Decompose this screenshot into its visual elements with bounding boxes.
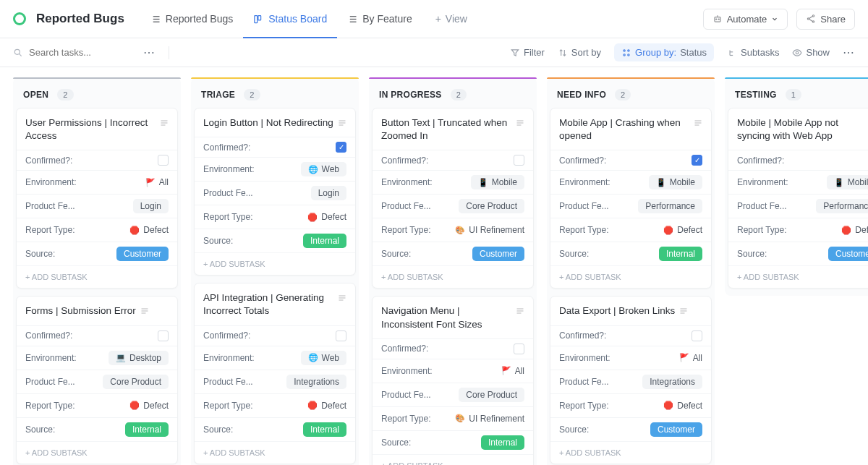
field-value: Customer	[650, 422, 702, 437]
toolbar: ⋯ Filter Sort by Group by: Status Subtas…	[0, 38, 868, 67]
search-wrap	[13, 47, 130, 58]
field-value: 📱Mobile	[827, 175, 868, 189]
description-icon	[679, 307, 688, 315]
field-value: 🌐Web	[301, 162, 346, 176]
field-source: Source:Internal	[373, 430, 533, 454]
field-value: Customer	[828, 247, 868, 261]
add-subtask-button[interactable]: + ADD SUBTASK	[550, 441, 711, 464]
confirmed-checkbox[interactable]: ✓	[336, 142, 346, 153]
field-confirmed: Confirmed?:	[195, 325, 355, 346]
field-report-type: Report Type:🛑Defect	[195, 205, 355, 229]
task-card[interactable]: Mobile | Mobile App not syncing with Web…	[728, 108, 868, 289]
sort-button[interactable]: Sort by	[558, 47, 601, 58]
description-icon	[516, 119, 524, 127]
field-report-type: Report Type:🛑Defect	[195, 393, 355, 417]
tag-emoji-icon: 🌐	[308, 165, 318, 174]
field-product: Product Fe...Login	[17, 194, 177, 218]
sort-label: Sort by	[571, 47, 601, 58]
task-card[interactable]: User Permissions | Incorrect AccessConfi…	[16, 108, 178, 289]
column-header: NEED INFO2	[547, 79, 715, 108]
confirmed-checkbox[interactable]	[692, 330, 702, 341]
task-card[interactable]: API Integration | Generating Incorrect T…	[194, 283, 356, 464]
tab-label: Reported Bugs	[166, 13, 233, 25]
task-card[interactable]: Data Export | Broken LinksConfirmed?:Env…	[550, 296, 712, 464]
add-subtask-button[interactable]: + ADD SUBTASK	[195, 441, 355, 464]
field-value: Internal	[481, 435, 524, 450]
field-report-type: Report Type:🎨UI Refinement	[373, 406, 533, 430]
confirmed-checkbox[interactable]	[514, 155, 524, 166]
confirmed-checkbox[interactable]	[336, 330, 346, 341]
show-button[interactable]: Show	[792, 47, 830, 58]
column-count: 2	[244, 89, 260, 101]
add-view-button[interactable]: + View	[425, 6, 477, 32]
task-card[interactable]: Login Button | Not RedirectingConfirmed?…	[194, 108, 356, 276]
add-subtask-button[interactable]: + ADD SUBTASK	[373, 265, 533, 288]
automate-button[interactable]: Automate	[703, 9, 788, 30]
share-button[interactable]: Share	[796, 9, 855, 30]
confirmed-checkbox[interactable]: ✓	[692, 155, 702, 166]
svg-point-15	[715, 19, 716, 20]
robot-icon	[712, 14, 723, 24]
search-more-icon[interactable]: ⋯	[143, 46, 156, 59]
add-subtask-button[interactable]: + ADD SUBTASK	[195, 252, 355, 275]
search-input[interactable]	[29, 47, 130, 58]
field-source: Source:Internal	[17, 417, 177, 441]
svg-point-35	[796, 51, 799, 54]
field-confirmed: Confirmed?:	[17, 325, 177, 346]
add-subtask-button[interactable]: + ADD SUBTASK	[728, 265, 868, 288]
field-confirmed: Confirmed?:	[373, 150, 533, 170]
task-card[interactable]: Forms | Submission ErrorConfirmed?:Envir…	[16, 296, 178, 464]
tag-emoji-icon: 📱	[478, 178, 488, 187]
card-title: API Integration | Generating Incorrect T…	[195, 283, 355, 325]
list-icon	[150, 14, 161, 25]
group-icon	[621, 48, 631, 58]
add-subtask-button[interactable]: + ADD SUBTASK	[17, 441, 177, 464]
field-confirmed: Confirmed?:	[17, 150, 177, 170]
filter-button[interactable]: Filter	[510, 47, 545, 58]
task-card[interactable]: Button Text | Truncated when Zoomed InCo…	[372, 108, 534, 289]
field-value: 🛑Defect	[663, 223, 702, 237]
column-name: TESTIING	[735, 90, 777, 100]
tag-emoji-icon: 🚩	[145, 178, 156, 187]
field-value: 📱Mobile	[471, 175, 524, 189]
task-card[interactable]: Mobile App | Crashing when openedConfirm…	[550, 108, 712, 289]
tab-reported-bugs[interactable]: Reported Bugs	[140, 6, 243, 32]
svg-point-20	[813, 21, 814, 22]
column-count: 2	[57, 89, 73, 101]
confirmed-checkbox[interactable]	[158, 155, 169, 166]
task-card[interactable]: Navigation Menu | Inconsistent Font Size…	[372, 296, 534, 465]
group-by-button[interactable]: Group by: Status	[614, 43, 714, 61]
tag-emoji-icon: 🛑	[841, 226, 851, 235]
add-subtask-button[interactable]: + ADD SUBTASK	[550, 265, 711, 288]
column-open: OPEN2User Permissions | Incorrect Access…	[13, 77, 181, 465]
subtasks-label: Subtasks	[741, 47, 779, 58]
card-title: User Permissions | Incorrect Access	[17, 108, 177, 150]
toolbar-more-icon[interactable]: ⋯	[843, 46, 855, 59]
tab-status-board[interactable]: Status Board	[243, 6, 337, 32]
description-icon	[516, 307, 524, 315]
field-value: 📱Mobile	[649, 175, 702, 189]
subtasks-button[interactable]: Subtasks	[727, 47, 779, 58]
filter-icon	[510, 48, 520, 58]
field-value: 🌐Web	[301, 351, 346, 365]
card-title: Button Text | Truncated when Zoomed In	[373, 108, 533, 150]
svg-point-19	[808, 18, 809, 20]
description-icon	[694, 119, 702, 127]
field-value: 🛑Defect	[307, 210, 346, 224]
column-header: OPEN2	[13, 79, 181, 108]
svg-point-23	[14, 49, 20, 54]
field-value: Internal	[125, 422, 169, 437]
topbar: Reported Bugs Reported BugsStatus BoardB…	[0, 0, 868, 38]
tab-by-feature[interactable]: By Feature	[337, 6, 422, 32]
column-testiing: TESTIING1Mobile | Mobile App not syncing…	[725, 77, 868, 296]
add-subtask-button[interactable]: + ADD SUBTASK	[17, 265, 177, 288]
svg-line-22	[809, 20, 813, 22]
description-icon	[140, 307, 149, 315]
confirmed-checkbox[interactable]	[158, 330, 169, 341]
confirmed-checkbox[interactable]	[514, 344, 524, 354]
add-subtask-button[interactable]: + ADD SUBTASK	[373, 454, 533, 465]
field-value: 🛑Defect	[841, 223, 868, 237]
field-environment: Environment:💻Desktop	[17, 346, 177, 370]
field-value: Performance	[816, 199, 868, 213]
tab-label: By Feature	[362, 13, 412, 25]
